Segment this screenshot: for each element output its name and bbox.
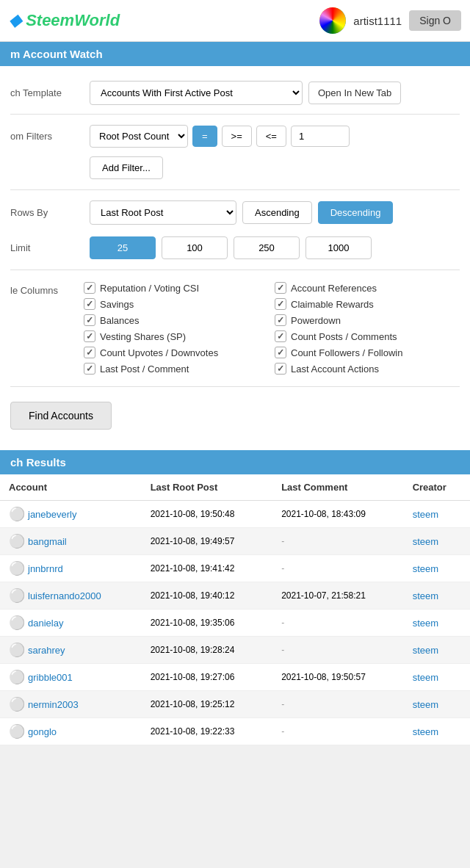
limit-1000-button[interactable]: 1000: [306, 236, 372, 259]
column-label-balances: Balances: [100, 315, 139, 326]
order-select[interactable]: Last Root PostAccountReputationLast Comm…: [90, 200, 236, 225]
checkbox-vesting[interactable]: [84, 330, 95, 342]
filters-label: om Filters: [10, 131, 84, 142]
dash: -: [281, 726, 284, 737]
account-link[interactable]: gonglo: [28, 726, 57, 737]
signin-button[interactable]: Sign O: [409, 10, 461, 31]
add-filter-button[interactable]: Add Filter...: [90, 156, 163, 179]
checkbox-count_followers[interactable]: [275, 347, 286, 358]
last-comment: -: [272, 718, 404, 745]
column-label-count_followers: Count Followers / Followin: [291, 347, 402, 358]
checkbox-last_actions[interactable]: [275, 363, 286, 375]
checkbox-claimable[interactable]: [275, 298, 286, 310]
checkbox-count_posts[interactable]: [275, 330, 286, 342]
dash: -: [281, 618, 284, 628]
order-label: Rows By: [10, 207, 84, 218]
last-comment: 2021-10-08, 19:50:57: [272, 664, 404, 691]
checkbox-count_upvotes[interactable]: [84, 347, 95, 358]
table-row: ⚪sarahrey2021-10-08, 19:28:24-steem: [0, 637, 470, 664]
col-header-creator: Creator: [404, 474, 470, 501]
column-label-count_posts: Count Posts / Comments: [291, 331, 397, 342]
column-item-count_upvotes: Count Upvotes / Downvotes: [84, 347, 269, 358]
filter-lte-btn[interactable]: <=: [256, 126, 286, 147]
results-table-container: Account Last Root Post Last Comment Crea…: [0, 474, 470, 745]
col-header-last-comment: Last Comment: [272, 474, 404, 501]
creator-link[interactable]: steem: [413, 536, 438, 547]
table-row: ⚪danielay2021-10-08, 19:35:06-steem: [0, 610, 470, 637]
creator-link[interactable]: steem: [413, 699, 438, 710]
column-label-last_post: Last Post / Comment: [100, 364, 189, 375]
last-comment: 2021-10-07, 21:58:21: [272, 582, 404, 610]
last-root-post: 2021-10-08, 19:25:12: [142, 691, 273, 718]
checkbox-last_post[interactable]: [84, 363, 95, 375]
last-root-post: 2021-10-08, 19:40:12: [142, 582, 273, 610]
column-label-last_actions: Last Account Actions: [291, 364, 379, 375]
last-comment: -: [272, 637, 404, 664]
account-link[interactable]: janebeverly: [28, 509, 77, 520]
descending-button[interactable]: Descending: [318, 201, 394, 224]
filter-field-select[interactable]: Root Post Count: [90, 125, 188, 148]
creator-link[interactable]: steem: [413, 672, 438, 683]
table-row: ⚪janebeverly2021-10-08, 19:50:482021-10-…: [0, 501, 470, 528]
column-label-savings: Savings: [100, 299, 134, 310]
account-link[interactable]: danielay: [28, 618, 63, 629]
find-btn-row: Find Accounts: [0, 391, 470, 440]
checkbox-savings[interactable]: [84, 298, 95, 310]
table-row: ⚪bangmail2021-10-08, 19:49:57-steem: [0, 528, 470, 555]
column-label-powerdown: Powerdown: [291, 315, 341, 326]
find-accounts-button[interactable]: Find Accounts: [10, 402, 112, 430]
template-select[interactable]: Accounts With First Active PostAll Accou…: [90, 81, 303, 105]
logo[interactable]: ◆ SteemWorld: [9, 11, 120, 30]
creator-link[interactable]: steem: [413, 645, 438, 656]
creator-link[interactable]: steem: [413, 726, 438, 737]
account-link[interactable]: bangmail: [28, 536, 67, 547]
last-root-post: 2021-10-08, 19:49:57: [142, 528, 273, 555]
divider-1: [10, 114, 460, 115]
checkbox-account_refs[interactable]: [275, 282, 286, 294]
dash: -: [281, 563, 284, 574]
filter-eq-btn[interactable]: =: [192, 126, 217, 147]
last-comment: -: [272, 610, 404, 637]
divider-2: [10, 189, 460, 190]
creator-link[interactable]: steem: [413, 618, 438, 629]
column-item-savings: Savings: [84, 298, 269, 310]
account-link[interactable]: sarahrey: [28, 645, 65, 656]
content-area: ch Template Accounts With First Active P…: [0, 66, 470, 450]
last-root-post: 2021-10-08, 19:22:33: [142, 718, 273, 745]
limit-row: Limit 25 100 250 1000: [0, 231, 470, 265]
results-table: Account Last Root Post Last Comment Crea…: [0, 474, 470, 745]
account-link[interactable]: gribble001: [28, 672, 73, 683]
account-watch-bar: m Account Watch: [0, 42, 470, 66]
account-link[interactable]: jnnbrnrd: [28, 563, 63, 574]
checkbox-rep_voting[interactable]: [84, 282, 95, 294]
limit-250-button[interactable]: 250: [234, 236, 300, 259]
template-label: ch Template: [10, 87, 84, 98]
last-comment: -: [272, 528, 404, 555]
limit-25-button[interactable]: 25: [90, 236, 156, 259]
table-row: ⚪luisfernando20002021-10-08, 19:40:12202…: [0, 582, 470, 610]
column-item-vesting: Vesting Shares (SP): [84, 330, 269, 342]
creator-link[interactable]: steem: [413, 590, 438, 601]
custom-filters-row: om Filters Root Post Count = >= <= Add F…: [0, 119, 470, 185]
column-label-account_refs: Account References: [291, 283, 377, 294]
last-root-post: 2021-10-08, 19:35:06: [142, 610, 273, 637]
checkbox-balances[interactable]: [84, 314, 95, 326]
last-root-post: 2021-10-08, 19:27:06: [142, 664, 273, 691]
search-template-row: ch Template Accounts With First Active P…: [0, 76, 470, 109]
filter-value-input[interactable]: [291, 126, 350, 147]
column-item-last_post: Last Post / Comment: [84, 363, 269, 375]
account-link[interactable]: nermin2003: [28, 699, 79, 710]
col-header-last-root-post: Last Root Post: [142, 474, 273, 501]
limit-100-button[interactable]: 100: [162, 236, 228, 259]
last-root-post: 2021-10-08, 19:50:48: [142, 501, 273, 528]
dash: -: [281, 645, 284, 655]
filter-gte-btn[interactable]: >=: [222, 126, 252, 147]
creator-link[interactable]: steem: [413, 563, 438, 574]
creator-link[interactable]: steem: [413, 509, 438, 520]
column-item-claimable: Claimable Rewards: [275, 298, 460, 310]
column-item-count_posts: Count Posts / Comments: [275, 330, 460, 342]
account-link[interactable]: luisfernando2000: [28, 590, 101, 601]
open-new-tab-button[interactable]: Open In New Tab: [308, 82, 401, 104]
ascending-button[interactable]: Ascending: [242, 201, 312, 224]
checkbox-powerdown[interactable]: [275, 314, 286, 326]
